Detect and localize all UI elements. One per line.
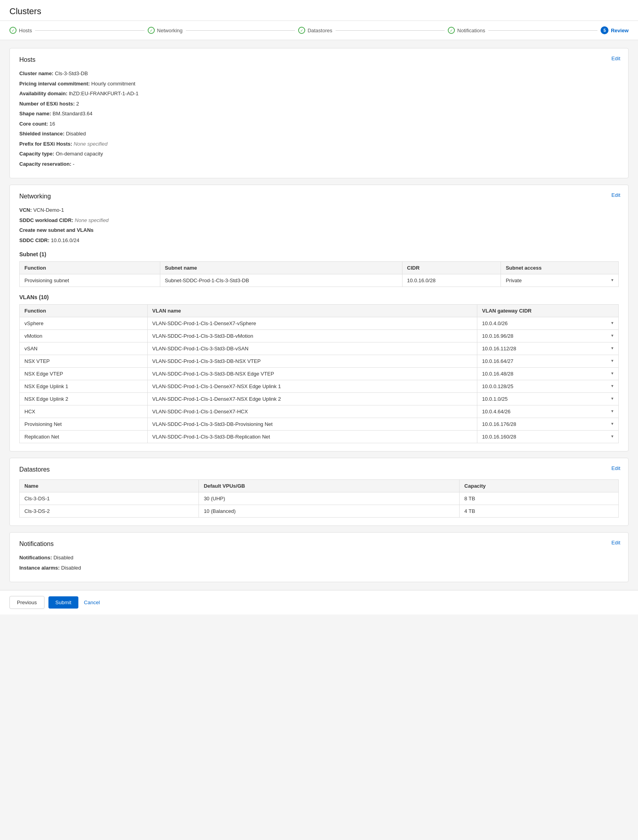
notifications-section-title: Notifications — [19, 540, 619, 548]
vlan-row-9-function: Replication Net — [20, 431, 148, 443]
vlan-row-6-name: VLAN-SDDC-Prod-1-Cls-1-DenseX7-NSX Edge … — [147, 393, 477, 405]
step-datastores-label: Datastores — [308, 28, 332, 33]
step-hosts[interactable]: ✓ Hosts — [9, 27, 32, 34]
datastores-row-1: Cls-3-DS-2 10 (Balanced) 4 TB — [20, 505, 619, 518]
step-networking-check-icon: ✓ — [148, 27, 155, 34]
datastores-col-capacity: Capacity — [460, 480, 619, 492]
step-networking[interactable]: ✓ Networking — [148, 27, 183, 34]
vlan-row-7-cidr: 10.0.4.64/26 ▾ — [477, 405, 619, 418]
vlan-row-8-chevron-icon: ▾ — [611, 421, 614, 426]
vlan-row-7-chevron-icon: ▾ — [611, 409, 614, 414]
subnet-col-name: Subnet name — [160, 262, 402, 274]
hosts-shielded-value: Disabled — [66, 131, 86, 137]
hosts-core-value: 16 — [50, 121, 55, 127]
vlan-row-6: NSX Edge Uplink 2 VLAN-SDDC-Prod-1-Cls-1… — [20, 393, 619, 405]
step-notifications[interactable]: ✓ Notifications — [448, 27, 485, 34]
hosts-capacity-type-label: Capacity type: — [19, 151, 56, 157]
subnet-row-0-function: Provisioning subnet — [20, 274, 160, 287]
vlan-row-3-cidr: 10.0.16.64/27 ▾ — [477, 355, 619, 368]
notifications-edit-link[interactable]: Edit — [612, 540, 620, 546]
datastores-row-0-name: Cls-3-DS-1 — [20, 492, 199, 505]
step-review-label: Review — [611, 28, 629, 33]
vlan-row-5-cidr: 10.0.0.128/25 ▾ — [477, 380, 619, 393]
hosts-pricing-value: Hourly commitment — [91, 81, 135, 87]
networking-sddc-workload-row: SDDC workload CIDR: None specified — [19, 216, 619, 224]
vlan-row-2-chevron-icon: ▾ — [611, 346, 614, 351]
datastores-section-title: Datastores — [19, 466, 619, 473]
subnet-row-0-chevron-icon: ▾ — [611, 278, 614, 283]
submit-button[interactable]: Submit — [48, 596, 78, 609]
vlan-row-5-function: NSX Edge Uplink 1 — [20, 380, 148, 393]
hosts-pricing-row: Pricing interval commitment: Hourly comm… — [19, 80, 619, 88]
networking-sddc-workload-label: SDDC workload CIDR: — [19, 217, 75, 223]
vlan-row-4-chevron-icon: ▾ — [611, 371, 614, 376]
subnet-col-access: Subnet access — [501, 262, 619, 274]
hosts-prefix-label: Prefix for ESXi Hosts: — [19, 141, 74, 147]
vlan-row-3-chevron-icon: ▾ — [611, 358, 614, 363]
networking-sddc-cidr-row: SDDC CIDR: 10.0.16.0/24 — [19, 237, 619, 244]
vlan-row-5-chevron-icon: ▾ — [611, 383, 614, 389]
vlan-row-0-chevron-icon: ▾ — [611, 320, 614, 326]
networking-sddc-cidr-value: 10.0.16.0/24 — [51, 237, 79, 243]
vlan-row-0-cidr: 10.0.4.0/26 ▾ — [477, 317, 619, 330]
hosts-section: Hosts Edit Cluster name: Cls-3-Std3-DB P… — [9, 48, 629, 178]
main-content: Hosts Edit Cluster name: Cls-3-Std3-DB P… — [0, 40, 638, 590]
networking-vcn-value: VCN-Demo-1 — [33, 207, 64, 213]
vlan-table: Function VLAN name VLAN gateway CIDR vSp… — [19, 304, 619, 443]
networking-vcn-label: VCN: — [19, 207, 33, 213]
hosts-shape-row: Shape name: BM.Standard3.64 — [19, 110, 619, 118]
vlan-row-7-name: VLAN-SDDC-Prod-1-Cls-1-DenseX7-HCX — [147, 405, 477, 418]
page-header: Clusters — [0, 0, 638, 21]
vlan-subsection-title: VLANs (10) — [19, 294, 619, 300]
hosts-availability-value: lhZD:EU-FRANKFURT-1-AD-1 — [69, 91, 139, 96]
networking-section: Networking Edit VCN: VCN-Demo-1 SDDC wor… — [9, 185, 629, 451]
datastores-row-0-vpus: 30 (UHP) — [199, 492, 460, 505]
vlan-row-5: NSX Edge Uplink 1 VLAN-SDDC-Prod-1-Cls-1… — [20, 380, 619, 393]
datastores-col-name: Name — [20, 480, 199, 492]
hosts-edit-link[interactable]: Edit — [612, 56, 620, 61]
vlan-row-9-chevron-icon: ▾ — [611, 434, 614, 439]
hosts-shape-value: BM.Standard3.64 — [53, 111, 93, 117]
step-hosts-check-icon: ✓ — [9, 27, 17, 34]
hosts-availability-label: Availability domain: — [19, 91, 69, 96]
networking-section-title: Networking — [19, 193, 619, 200]
subnet-row-0-cidr: 10.0.16.0/28 — [402, 274, 501, 287]
cancel-button[interactable]: Cancel — [82, 596, 101, 609]
hosts-core-label: Core count: — [19, 121, 50, 127]
hosts-num-esxi-row: Number of ESXi hosts: 2 — [19, 100, 619, 108]
vlan-row-3: NSX VTEP VLAN-SDDC-Prod-1-Cls-3-Std3-DB-… — [20, 355, 619, 368]
vlan-row-4-function: NSX Edge VTEP — [20, 368, 148, 380]
vlan-row-1-name: VLAN-SDDC-Prod-1-Cls-3-Std3-DB-vMotion — [147, 330, 477, 342]
notifications-alarms-label: Instance alarms: — [19, 565, 61, 571]
hosts-capacity-type-row: Capacity type: On-demand capacity — [19, 150, 619, 158]
step-datastores[interactable]: ✓ Datastores — [298, 27, 332, 34]
vlan-row-8-function: Provisioning Net — [20, 418, 148, 431]
hosts-pricing-label: Pricing interval commitment: — [19, 81, 91, 87]
vlan-row-7-function: HCX — [20, 405, 148, 418]
previous-button[interactable]: Previous — [9, 596, 45, 609]
networking-edit-link[interactable]: Edit — [612, 192, 620, 198]
vlan-row-1: vMotion VLAN-SDDC-Prod-1-Cls-3-Std3-DB-v… — [20, 330, 619, 342]
vlan-row-2-name: VLAN-SDDC-Prod-1-Cls-3-Std3-DB-vSAN — [147, 342, 477, 355]
vlan-row-2: vSAN VLAN-SDDC-Prod-1-Cls-3-Std3-DB-vSAN… — [20, 342, 619, 355]
vlan-row-7: HCX VLAN-SDDC-Prod-1-Cls-1-DenseX7-HCX 1… — [20, 405, 619, 418]
networking-create-subnet-row: Create new subnet and VLANs — [19, 226, 619, 234]
vlan-row-1-cidr: 10.0.16.96/28 ▾ — [477, 330, 619, 342]
step-review[interactable]: 5 Review — [601, 26, 629, 34]
datastores-col-vpus: Default VPUs/GB — [199, 480, 460, 492]
hosts-num-esxi-value: 2 — [76, 101, 79, 107]
step-line-3 — [336, 30, 445, 31]
vlan-row-8: Provisioning Net VLAN-SDDC-Prod-1-Cls-3-… — [20, 418, 619, 431]
datastores-edit-link[interactable]: Edit — [612, 465, 620, 471]
subnet-col-cidr: CIDR — [402, 262, 501, 274]
vlan-row-6-chevron-icon: ▾ — [611, 396, 614, 401]
networking-vcn-row: VCN: VCN-Demo-1 — [19, 206, 619, 214]
vlan-row-8-cidr: 10.0.16.176/28 ▾ — [477, 418, 619, 431]
networking-create-subnet-label: Create new subnet and VLANs — [19, 227, 94, 233]
vlan-row-4-cidr: 10.0.16.48/28 ▾ — [477, 368, 619, 380]
hosts-cluster-name-row: Cluster name: Cls-3-Std3-DB — [19, 70, 619, 78]
hosts-shielded-row: Shielded instance: Disabled — [19, 130, 619, 138]
vlan-row-8-name: VLAN-SDDC-Prod-1-Cls-3-Std3-DB-Provision… — [147, 418, 477, 431]
networking-sddc-cidr-label: SDDC CIDR: — [19, 237, 51, 243]
datastores-table: Name Default VPUs/GB Capacity Cls-3-DS-1… — [19, 479, 619, 518]
